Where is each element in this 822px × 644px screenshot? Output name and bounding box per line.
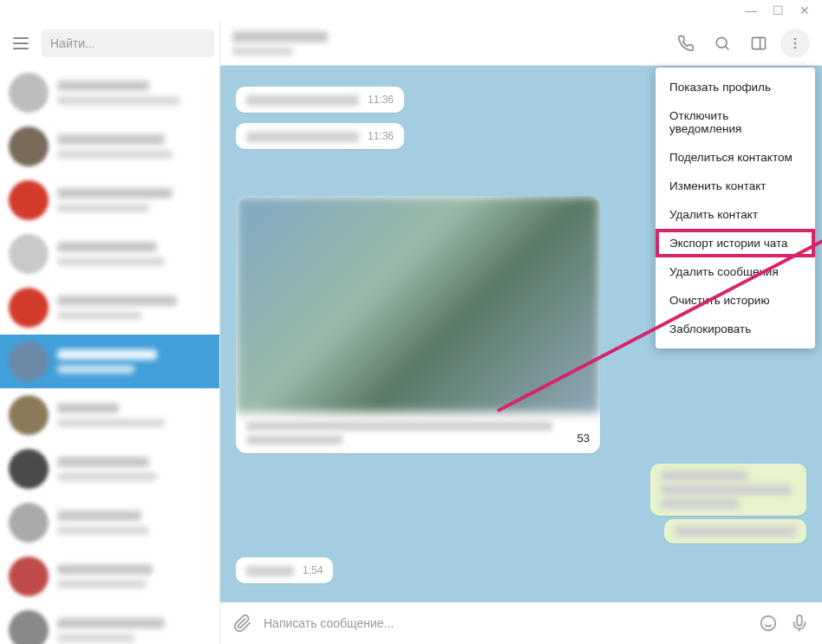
emoji-icon[interactable] xyxy=(758,613,779,634)
chat-item[interactable] xyxy=(0,550,219,603)
message-time: 53 xyxy=(577,432,590,445)
context-menu: Показать профиль Отключить уведомления П… xyxy=(656,68,815,348)
menu-delete-contact[interactable]: Удалить контакт xyxy=(656,200,815,229)
menu-edit-contact[interactable]: Изменить контакт xyxy=(656,172,815,200)
chat-item[interactable] xyxy=(0,66,219,120)
voice-icon[interactable] xyxy=(789,613,810,634)
menu-delete-messages[interactable]: Удалить сообщения xyxy=(656,257,815,286)
svg-point-4 xyxy=(794,46,797,49)
message-in[interactable]: 11:36 xyxy=(236,87,404,113)
call-icon[interactable] xyxy=(671,29,701,58)
maximize-button[interactable]: ☐ xyxy=(773,3,784,17)
menu-button[interactable] xyxy=(5,28,36,59)
composer: Написать сообщение... xyxy=(220,602,822,644)
close-button[interactable]: ✕ xyxy=(799,3,810,17)
svg-point-0 xyxy=(716,37,727,48)
message-out[interactable] xyxy=(664,519,806,543)
menu-share-contact[interactable]: Поделиться контактом xyxy=(656,143,815,172)
chat-item[interactable] xyxy=(0,173,219,227)
chat-list xyxy=(0,66,219,644)
svg-point-5 xyxy=(761,616,776,631)
sidepanel-icon[interactable] xyxy=(744,29,773,58)
attach-icon[interactable] xyxy=(232,613,253,634)
chat-item[interactable] xyxy=(0,227,219,281)
chat-item[interactable] xyxy=(0,603,219,644)
media-image[interactable] xyxy=(236,196,600,413)
chat-item[interactable] xyxy=(0,120,219,173)
chat-item[interactable] xyxy=(0,388,219,442)
chat-status xyxy=(232,47,293,55)
menu-show-profile[interactable]: Показать профиль xyxy=(656,73,815,101)
svg-point-3 xyxy=(794,42,797,44)
minimize-button[interactable]: — xyxy=(745,3,757,17)
svg-rect-1 xyxy=(753,37,766,49)
sidebar: Найти... xyxy=(0,21,220,644)
message-in[interactable]: 1:54 xyxy=(236,557,333,583)
main-panel: 11:36 11:36 53 1:54 xyxy=(220,21,822,644)
chat-item[interactable] xyxy=(0,281,219,335)
more-icon[interactable] xyxy=(780,29,810,58)
chat-title xyxy=(232,31,328,42)
message-time: 1:54 xyxy=(303,564,323,576)
chat-item[interactable] xyxy=(0,442,219,496)
message-time: 11:36 xyxy=(368,94,394,106)
search-input[interactable]: Найти... xyxy=(42,29,214,57)
message-input[interactable]: Написать сообщение... xyxy=(264,616,747,630)
message-out[interactable] xyxy=(650,464,806,516)
chat-item-selected[interactable] xyxy=(0,335,219,388)
menu-clear-history[interactable]: Очистить историю xyxy=(656,286,815,315)
message-media[interactable]: 53 xyxy=(236,196,600,453)
search-icon[interactable] xyxy=(708,29,737,58)
menu-block[interactable]: Заблокировать xyxy=(656,315,815,343)
chat-item[interactable] xyxy=(0,496,219,550)
message-in[interactable]: 11:36 xyxy=(236,123,404,149)
menu-mute[interactable]: Отключить уведомления xyxy=(656,101,815,143)
svg-point-2 xyxy=(794,37,797,40)
message-time: 11:36 xyxy=(368,130,394,142)
menu-export-chat[interactable]: Экспорт истории чата xyxy=(656,229,815,257)
window-controls: — ☐ ✕ xyxy=(0,0,822,21)
chat-header xyxy=(220,21,822,66)
